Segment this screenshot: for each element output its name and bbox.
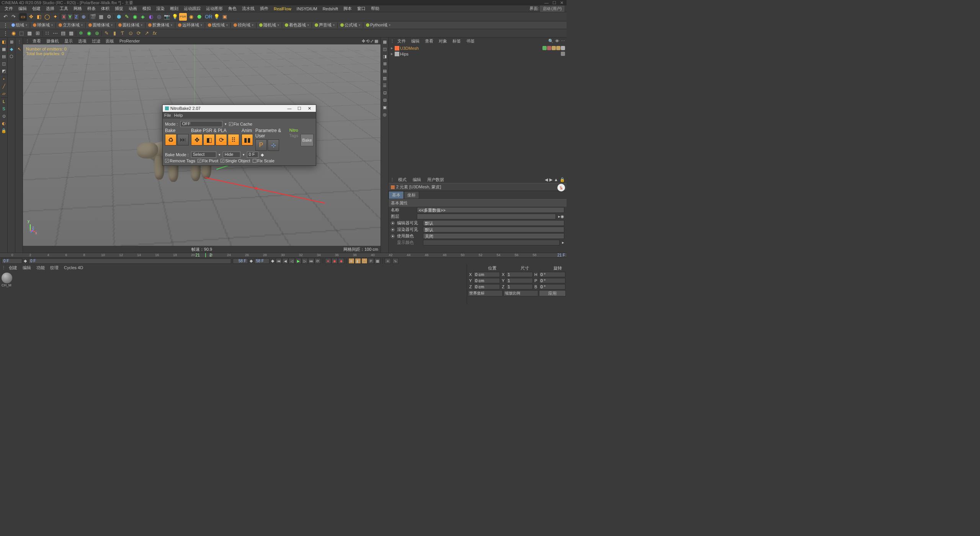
fix-pivot-check[interactable]: ✓Fix Pivot	[198, 159, 218, 163]
render-icon[interactable]: 🎬	[89, 13, 97, 21]
frame-field[interactable]: 0 F	[247, 152, 258, 158]
bake-button[interactable]: Bake	[301, 134, 314, 146]
play-fwd-icon[interactable]: ▶	[295, 258, 301, 264]
menu-pipeline[interactable]: 流水线	[240, 5, 257, 12]
rs11-icon[interactable]: ◎	[381, 111, 388, 118]
menu-select[interactable]: 选择	[44, 5, 57, 12]
paint7-icon[interactable]: fx	[151, 29, 158, 37]
psr-rotate-button[interactable]: ⟳	[216, 134, 227, 145]
dialog-file[interactable]: File	[164, 113, 171, 118]
obj-name[interactable]: Hips	[400, 52, 408, 56]
menu-script[interactable]: 脚本	[341, 5, 354, 12]
timeline[interactable]: 21 2 21 F 024681012141618202224262830323…	[0, 253, 567, 258]
rs8-icon[interactable]: ⊡	[381, 89, 388, 96]
volume-icon[interactable]: PSR	[179, 13, 187, 21]
domain-sphere[interactable]: 球体域▾	[31, 21, 55, 29]
ls-model-icon[interactable]: ▦	[0, 46, 7, 52]
sec1-icon[interactable]: ⋮	[2, 29, 9, 37]
menu-create[interactable]: 创建	[30, 5, 43, 12]
psr-move-button[interactable]: ✥	[191, 134, 203, 145]
tab-coord[interactable]: 坐标	[404, 191, 419, 199]
obj-row-u3dmesh[interactable]: ▸ U3DMesh	[390, 45, 565, 51]
ls-work-icon[interactable]: ◐	[0, 120, 7, 127]
select-tool-icon[interactable]: ▭	[19, 13, 27, 21]
attr-usecolor-field[interactable]: 关闭	[423, 233, 564, 239]
attr-editorvis-field[interactable]: 默认	[423, 220, 564, 226]
domain-cube[interactable]: 立方体域▾	[56, 21, 85, 29]
menu-help[interactable]: 帮助	[369, 5, 382, 12]
redo-icon[interactable]: ↷	[10, 13, 17, 21]
attr-nav-up-icon[interactable]: ▲	[554, 177, 558, 182]
size-x-field[interactable]: 1	[506, 272, 532, 277]
tag4-icon[interactable]	[556, 46, 560, 50]
dialog-titlebar[interactable]: NitroBake2 2.07 — ☐ ✕	[163, 105, 316, 112]
layout-select[interactable]: 启动 (用户)	[540, 6, 564, 12]
camera-icon[interactable]: 📷	[163, 13, 171, 21]
spin3-icon[interactable]: ◆	[271, 258, 274, 263]
win-close[interactable]: ✕	[560, 0, 564, 5]
rs5-icon[interactable]: ▤	[381, 67, 388, 74]
rs7-icon[interactable]: ☰	[381, 82, 388, 89]
cube-icon[interactable]: ⬢	[115, 13, 122, 21]
end-frame[interactable]: 58 F	[233, 258, 248, 264]
mat-cycles[interactable]: Cycles 4D	[62, 265, 85, 270]
menu-render[interactable]: 渲染	[154, 5, 167, 12]
mat-tag-icon[interactable]	[547, 46, 551, 50]
obj-search-icon[interactable]: 🔍	[548, 39, 554, 44]
gear3-icon[interactable]: ⊛	[93, 29, 101, 37]
lasso-icon[interactable]: ⬚	[18, 29, 25, 37]
attr-userdata[interactable]: 用户数据	[425, 177, 446, 183]
loop-icon[interactable]: ⊞	[34, 29, 41, 37]
menu-volume[interactable]: 体积	[99, 5, 112, 12]
fix-cache-check[interactable]: ✓Fix Cache	[229, 122, 253, 126]
axis-lock[interactable]: XYZ	[61, 13, 79, 20]
bake-mode-select[interactable]: Select	[191, 152, 216, 158]
menu-character[interactable]: 角色	[226, 5, 239, 12]
ls-lock-icon[interactable]: 🔒	[0, 127, 7, 134]
domain-cylinder[interactable]: 圆柱体域▾	[116, 21, 145, 29]
rs9-icon[interactable]: ⊟	[381, 96, 388, 103]
domain-torus[interactable]: 远环体域▾	[176, 21, 204, 29]
domain-linear[interactable]: 线性域▾	[206, 21, 230, 29]
light-icon[interactable]: 💡	[171, 13, 179, 21]
menu-sim[interactable]: 模拟	[140, 5, 153, 12]
dots3-icon[interactable]: ▤	[59, 29, 67, 37]
attr-rendervis-field[interactable]: 默认	[423, 227, 564, 232]
spin2-icon[interactable]: ◆	[250, 258, 253, 263]
menu-window[interactable]: 窗口	[355, 5, 368, 12]
remove-tags-check[interactable]: ✓Remove Tags	[165, 159, 195, 163]
dialog-close-icon[interactable]: ✕	[305, 106, 314, 111]
layer-popup-icon[interactable]: ▸◉	[558, 214, 564, 219]
tag3-icon[interactable]	[552, 46, 556, 50]
tab-basic[interactable]: 基本	[389, 191, 404, 199]
menu-realflow[interactable]: RealFlow	[271, 6, 294, 11]
undo-icon[interactable]: ↶	[2, 13, 9, 21]
bake-skip-button[interactable]: ⏭	[177, 134, 189, 145]
bake-recycle-button[interactable]: ♻	[165, 134, 176, 145]
kf-rot-icon[interactable]: ◯	[361, 258, 368, 264]
ls3-1-icon[interactable]: ⋮	[16, 38, 23, 45]
deformer-icon[interactable]: ◐	[147, 13, 155, 21]
color-picker-icon[interactable]: ▸	[562, 240, 564, 245]
ls-edges-icon[interactable]: ╱	[0, 83, 7, 90]
move-tool-icon[interactable]: ✥	[27, 13, 35, 21]
object-list[interactable]: ▸ U3DMesh ▸ Hips	[389, 44, 567, 176]
attr-name-field[interactable]: <<多重数值>>	[417, 207, 564, 213]
pos-y-field[interactable]: 0 cm	[474, 278, 500, 283]
ls-uvpoint-icon[interactable]: ◩	[0, 67, 7, 74]
paint6-icon[interactable]: ↗	[143, 29, 150, 37]
vp-nav1-icon[interactable]: ✥	[362, 39, 365, 44]
obj-view[interactable]: 查看	[423, 38, 436, 44]
vp-display[interactable]: 显示	[62, 38, 75, 44]
menu-file[interactable]: 文件	[2, 5, 15, 12]
lightbulb-icon[interactable]: 💡	[213, 13, 220, 21]
win-min[interactable]: —	[544, 0, 549, 5]
psr-pla-button[interactable]: ⠿	[228, 134, 239, 145]
autokey-icon[interactable]: ◉	[332, 258, 338, 264]
lasttool-icon[interactable]: ✦	[51, 13, 59, 21]
domain-capsule[interactable]: 胶囊体域▾	[146, 21, 175, 29]
win-max[interactable]: ☐	[552, 0, 556, 5]
rs10-icon[interactable]: ▣	[381, 104, 388, 111]
attr-nav-next-icon[interactable]: ▶	[549, 177, 552, 182]
sheet-icon[interactable]: ≡	[385, 258, 391, 264]
